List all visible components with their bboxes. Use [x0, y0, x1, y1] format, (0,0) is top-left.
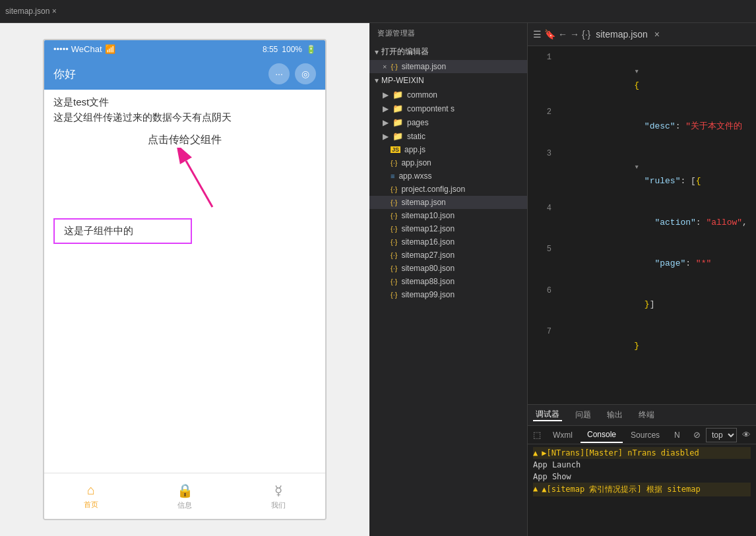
json-icon-1: {·} — [391, 159, 397, 167]
phone-carrier: WeChat — [71, 44, 102, 54]
tab-output[interactable]: 输出 — [604, 409, 625, 421]
line-number-5: 5 — [533, 243, 551, 256]
file-app-wxss[interactable]: ≡ app.wxss — [369, 169, 527, 183]
code-area[interactable]: 1 ▾ { 2 "desc": "关于本文件的 — [528, 46, 756, 404]
js-icon: JS — [391, 146, 400, 153]
tab-file-name: sitemap.json — [596, 29, 648, 40]
file-sitemap80[interactable]: {·} sitemap80.json — [369, 262, 527, 275]
line-content-1: ▾ { — [562, 51, 642, 106]
json-icon-6: {·} — [391, 238, 397, 246]
file-app-json[interactable]: {·} app.json — [369, 156, 527, 169]
tab-debugger[interactable]: 调试器 — [533, 409, 562, 421]
phone-nav-home[interactable]: ⌂ 首页 — [44, 473, 138, 519]
collapse-icon-1[interactable]: ▾ — [634, 67, 639, 76]
file-project-config-name: project.config.json — [401, 185, 465, 194]
phone-nav-info[interactable]: 🔒 信息 — [138, 473, 232, 519]
phone-nav-us[interactable]: ☿ 我们 — [232, 473, 325, 519]
phone-battery: 100% — [282, 45, 302, 54]
code-line-5: 5 "page": "*" — [528, 243, 756, 284]
phone-header-icons: ··· ◎ — [268, 63, 316, 84]
folder-static-label: static — [407, 132, 425, 141]
svg-line-1 — [186, 161, 212, 207]
json-icon-3: {·} — [391, 198, 397, 206]
file-sitemap99-name: sitemap99.json — [401, 290, 455, 299]
phone-text-line-1: 这是test文件 — [53, 96, 316, 109]
devtool-tab-n[interactable]: N — [668, 428, 687, 442]
file-sitemap12-name: sitemap12.json — [401, 224, 455, 233]
phone-nav-bar: ⌂ 首页 🔒 信息 ☿ 我们 — [44, 473, 325, 519]
folder-components-icon: 📁 — [393, 104, 403, 113]
main-layout: ••••• WeChat 📶 8:55 100% 🔋 你好 ··· — [0, 23, 756, 536]
child-component-text: 这是子组件中的 — [64, 225, 133, 236]
bottom-tabs: 调试器 问题 输出 终端 — [528, 405, 756, 426]
file-sitemap27[interactable]: {·} sitemap27.json — [369, 249, 527, 262]
warn-icon-2: ▲ — [533, 484, 538, 493]
folder-static[interactable]: ▶ 📁 static — [369, 129, 527, 143]
folder-pages[interactable]: ▶ 📁 pages — [369, 115, 527, 129]
phone-click-label: 点击传给父组件 — [148, 134, 222, 145]
devtool-tab-wxml[interactable]: Wxml — [546, 428, 579, 442]
top-bar-title: sitemap.json × — [5, 7, 57, 16]
phone-dots-button[interactable]: ··· — [268, 63, 290, 84]
folder-icon: 📁 — [393, 90, 403, 100]
braces-icon: {·} — [582, 29, 590, 40]
json-icon-7: {·} — [391, 251, 397, 259]
editor-toolbar-left[interactable]: ☰ 🔖 ← → {·} sitemap.json × — [528, 23, 665, 45]
forward-icon: → — [570, 29, 579, 40]
phone-click-button[interactable]: 点击传给父组件 — [53, 128, 316, 152]
folder-common-label: common — [407, 90, 437, 100]
file-sitemap88[interactable]: {·} sitemap88.json — [369, 275, 527, 288]
file-project-config[interactable]: {·} project.config.json — [369, 183, 527, 196]
phone-frame: ••••• WeChat 📶 8:55 100% 🔋 你好 ··· — [43, 39, 327, 520]
phone-status-left: ••••• WeChat 📶 — [53, 44, 115, 54]
json-icon-5: {·} — [391, 225, 397, 233]
file-sitemap12[interactable]: {·} sitemap12.json — [369, 222, 527, 235]
phone-text-line-2: 这是父组件传递过来的数据今天有点阴天 — [53, 111, 316, 124]
top-bar: sitemap.json × — [0, 0, 756, 23]
phone-header: 你好 ··· ◎ — [44, 58, 325, 90]
cursor-icon[interactable]: ⬚ — [533, 430, 541, 440]
phone-panel: ••••• WeChat 📶 8:55 100% 🔋 你好 ··· — [0, 23, 369, 536]
line-number-6: 6 — [533, 285, 551, 297]
folder-components[interactable]: ▶ 📁 compontent s — [369, 102, 527, 115]
chevron-down-icon: ▾ — [375, 47, 379, 57]
console-line-1: ▲ ▶[NTrans][Master] nTrans diasbled — [533, 447, 751, 459]
bottom-panel: 调试器 问题 输出 终端 ⬚ Wxml Console Sources N ⊘ — [528, 404, 756, 536]
eye-icon[interactable]: 👁 — [742, 430, 751, 440]
phone-circle-button[interactable]: ◎ — [295, 63, 316, 84]
file-sitemap10[interactable]: {·} sitemap10.json — [369, 209, 527, 222]
tab-terminal[interactable]: 终端 — [636, 409, 657, 421]
file-app-wxss-name: app.wxss — [398, 171, 431, 181]
us-icon: ☿ — [274, 483, 282, 498]
open-file-close-icon[interactable]: × — [383, 63, 387, 71]
open-brace-1: { — [634, 80, 639, 90]
block-icon[interactable]: ⊘ — [693, 430, 701, 440]
folder-pages-label: pages — [407, 118, 429, 127]
phone-status-right: 8:55 100% 🔋 — [263, 45, 316, 54]
line-number-4: 4 — [533, 202, 551, 215]
folder-components-label: compontent s — [407, 104, 455, 113]
console-area: ▲ ▶[NTrans][Master] nTrans diasbled App … — [528, 444, 756, 536]
tab-problems[interactable]: 问题 — [573, 409, 594, 421]
open-file-sitemap[interactable]: × {·} sitemap.json — [369, 60, 527, 73]
devtool-tab-sources[interactable]: Sources — [624, 428, 666, 442]
tab-close-icon[interactable]: × — [654, 29, 660, 40]
open-editors-section[interactable]: ▾ 打开的编辑器 — [369, 44, 527, 60]
collapse-icon-3[interactable]: ▾ — [634, 162, 639, 172]
json-icon-10: {·} — [391, 291, 397, 299]
phone-status-bar: ••••• WeChat 📶 8:55 100% 🔋 — [44, 40, 325, 58]
devtool-tab-console[interactable]: Console — [581, 427, 623, 443]
devtool-tabs: Wxml Console Sources N — [546, 427, 687, 443]
child-component-box: 这是子组件中的 — [53, 218, 192, 244]
project-section[interactable]: ▾ MP-WEIXIN — [369, 73, 527, 88]
file-sitemap[interactable]: {·} sitemap.json — [369, 196, 527, 209]
context-dropdown[interactable]: top — [706, 428, 737, 442]
line-number-3: 3 — [533, 148, 551, 160]
folder-common[interactable]: ▶ 📁 common — [369, 88, 527, 102]
file-app-js[interactable]: JS app.js — [369, 143, 527, 156]
folder-pages-chevron: ▶ — [383, 118, 389, 127]
phone-circle-icon: ◎ — [301, 69, 309, 79]
info-icon: 🔒 — [177, 483, 193, 498]
file-sitemap99[interactable]: {·} sitemap99.json — [369, 288, 527, 301]
file-sitemap16[interactable]: {·} sitemap16.json — [369, 235, 527, 249]
